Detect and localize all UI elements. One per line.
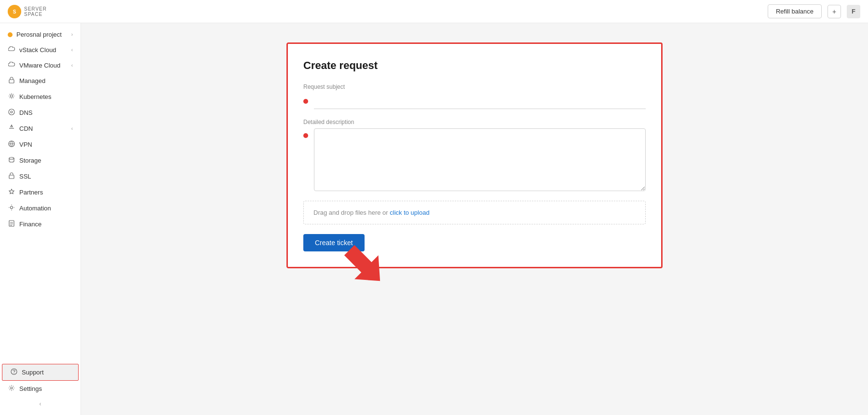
svg-rect-2 — [9, 80, 14, 83]
upload-text: Drag and drop files here or — [313, 209, 388, 216]
sidebar: Perosnal project › vStack Cloud ‹ VMware… — [0, 23, 81, 415]
storage-icon — [8, 156, 15, 165]
sidebar-item-label: SSL — [19, 173, 31, 180]
sidebar-item-label: VMware Cloud — [19, 62, 60, 69]
svg-text:S: S — [13, 9, 16, 14]
cloud-icon — [8, 61, 15, 69]
sidebar-item-label: vStack Cloud — [19, 46, 56, 54]
svg-point-5 — [11, 111, 13, 113]
refill-balance-button[interactable]: Refill balance — [768, 4, 822, 18]
ssl-lock-icon — [8, 172, 15, 180]
add-button[interactable]: + — [827, 5, 841, 18]
sidebar-item-support[interactable]: Support — [2, 364, 79, 381]
cdn-icon — [8, 124, 15, 133]
svg-point-12 — [11, 387, 13, 389]
logo-text: SERVER SPACE — [24, 6, 47, 17]
sidebar-item-storage[interactable]: Storage — [0, 152, 81, 168]
personal-project-dot — [8, 32, 13, 37]
sidebar-item-label: CDN — [19, 125, 33, 132]
logo: S SERVER SPACE — [8, 5, 47, 18]
sidebar-item-settings[interactable]: Settings — [0, 381, 81, 397]
svg-point-4 — [9, 109, 14, 115]
sidebar-item-label: Managed — [19, 77, 45, 84]
subject-label: Request subject — [303, 83, 646, 90]
sidebar-item-partners[interactable]: Partners — [0, 184, 81, 200]
svg-point-11 — [14, 373, 14, 374]
sidebar-item-cdn[interactable]: CDN ‹ — [0, 121, 81, 137]
svg-rect-7 — [9, 175, 14, 179]
file-upload-zone[interactable]: Drag and drop files here or click to upl… — [303, 201, 646, 224]
svg-point-8 — [11, 207, 13, 209]
topbar-left: S SERVER SPACE — [8, 5, 47, 18]
finance-icon — [8, 220, 15, 228]
subject-field: Request subject — [303, 83, 646, 109]
sidebar-collapse-button[interactable]: ‹ — [0, 397, 81, 411]
svg-point-3 — [11, 95, 13, 97]
sidebar-item-ssl[interactable]: SSL — [0, 168, 81, 184]
gear-icon — [8, 93, 15, 101]
upload-link[interactable]: click to upload — [390, 209, 429, 216]
subject-input[interactable] — [314, 93, 646, 109]
sidebar-item-label: Partners — [19, 189, 43, 196]
cloud-icon — [8, 46, 15, 54]
vpn-icon — [8, 140, 15, 149]
sidebar-item-managed[interactable]: Managed — [0, 73, 81, 89]
chevron-left-icon: ‹ — [71, 63, 73, 68]
main-layout: Perosnal project › vStack Cloud ‹ VMware… — [0, 23, 868, 415]
create-request-form: Create request Request subject Detailed … — [286, 42, 663, 268]
sidebar-item-kubernetes[interactable]: Kubernetes — [0, 89, 81, 105]
required-indicator — [303, 133, 308, 138]
description-field: Detailed description — [303, 119, 646, 191]
content-area: Create request Request subject Detailed … — [81, 23, 868, 415]
settings-icon — [8, 385, 15, 393]
lock-icon — [8, 77, 15, 85]
sidebar-item-personal-project[interactable]: Perosnal project › — [0, 27, 81, 42]
sidebar-item-label: Automation — [19, 205, 51, 212]
sidebar-item-label: VPN — [19, 141, 32, 148]
sidebar-item-vstack-cloud[interactable]: vStack Cloud ‹ — [0, 42, 81, 57]
sidebar-item-label: Storage — [19, 157, 41, 164]
sidebar-item-label: Settings — [19, 385, 42, 392]
topbar-right: Refill balance + F — [768, 4, 860, 18]
sidebar-item-vmware-cloud[interactable]: VMware Cloud ‹ — [0, 57, 81, 73]
logo-icon: S — [8, 5, 21, 18]
partners-icon — [8, 188, 15, 196]
description-textarea[interactable] — [314, 128, 646, 191]
sidebar-item-label: DNS — [19, 109, 32, 116]
automation-icon — [8, 204, 15, 212]
sidebar-item-vpn[interactable]: VPN — [0, 137, 81, 152]
topbar: S SERVER SPACE Refill balance + F — [0, 0, 868, 23]
chevron-left-icon: ‹ — [71, 47, 73, 53]
sidebar-item-label: Finance — [19, 221, 41, 228]
sidebar-item-label: Support — [22, 369, 44, 376]
svg-point-6 — [9, 157, 14, 159]
sidebar-item-finance[interactable]: Finance — [0, 216, 81, 232]
sidebar-item-automation[interactable]: Automation — [0, 200, 81, 216]
avatar-button[interactable]: F — [847, 5, 860, 18]
sidebar-item-dns[interactable]: DNS — [0, 105, 81, 121]
description-label: Detailed description — [303, 119, 646, 125]
sidebar-item-label: Kubernetes — [19, 93, 52, 100]
create-ticket-button[interactable]: Create ticket — [303, 234, 365, 251]
support-icon — [10, 368, 18, 376]
required-indicator — [303, 99, 308, 104]
sidebar-item-label: Perosnal project — [16, 31, 62, 38]
dns-icon — [8, 109, 15, 117]
form-title: Create request — [303, 59, 646, 72]
chevron-right-icon: › — [71, 32, 73, 37]
chevron-left-icon: ‹ — [71, 126, 73, 131]
